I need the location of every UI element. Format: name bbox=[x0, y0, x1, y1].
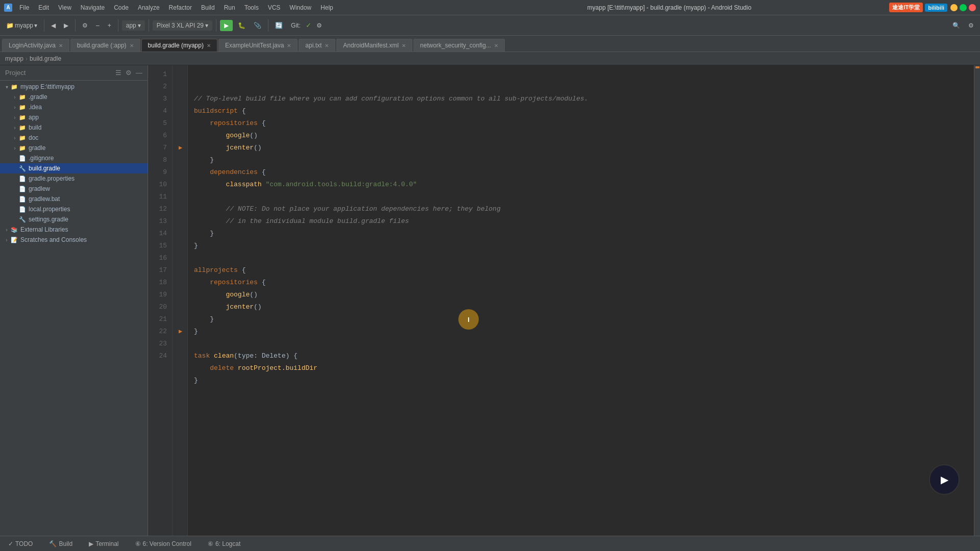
todo-label: TODO bbox=[15, 540, 33, 547]
sidebar-item-scratches-and-consoles[interactable]: › 📝 Scratches and Consoles bbox=[0, 235, 148, 245]
settings-btn[interactable]: ⚙ bbox=[79, 20, 91, 31]
bottom-tab-build[interactable]: 🔨 Build bbox=[46, 539, 76, 548]
close-btn[interactable] bbox=[969, 4, 976, 11]
tab-loginactivity[interactable]: LoginActivity.java ✕ bbox=[2, 39, 69, 52]
add-config-btn[interactable]: + bbox=[105, 20, 114, 31]
token: buildscript bbox=[194, 105, 238, 117]
sidebar-item-doc[interactable]: › 📁 doc bbox=[0, 133, 148, 143]
sidebar-item-myapp-e--ttit-myapp[interactable]: ▾ 📁 myapp E:\ttit\myapp bbox=[0, 82, 148, 92]
sidebar-collapse-btn[interactable]: ☰ bbox=[114, 68, 122, 78]
tree-file-icon: 📚 bbox=[10, 226, 18, 234]
tree-item-label: settings.gradle bbox=[29, 216, 68, 223]
back-btn[interactable]: ◀ bbox=[48, 20, 59, 31]
line-number-22: 22 bbox=[148, 325, 170, 338]
tree-item-label: build bbox=[29, 124, 41, 131]
sidebar-item-gradlew-bat[interactable]: 📄 gradlew.bat bbox=[0, 194, 148, 204]
tab-androidmanifest[interactable]: AndroidManifest.xml ✕ bbox=[336, 39, 412, 52]
line-number-11: 11 bbox=[148, 191, 170, 203]
minimize-btn[interactable] bbox=[950, 4, 958, 11]
tab-networksecurity[interactable]: network_security_config... ✕ bbox=[413, 39, 505, 52]
sidebar-item-gradle-properties[interactable]: 📄 gradle.properties bbox=[0, 173, 148, 184]
sidebar-item--idea[interactable]: › 📁 .idea bbox=[0, 102, 148, 112]
git-merge-btn[interactable]: ⚙ bbox=[313, 20, 325, 31]
tab-networksecurity-close[interactable]: ✕ bbox=[494, 43, 498, 48]
sync-btn[interactable]: 🔄 bbox=[272, 20, 286, 31]
line-number-4: 4 bbox=[148, 105, 170, 117]
sidebar-item-external-libraries[interactable]: › 📚 External Libraries bbox=[0, 224, 148, 235]
code-line-10: // NOTE: Do not place your application d… bbox=[194, 203, 968, 215]
sidebar-item-settings-gradle[interactable]: 🔧 settings.gradle bbox=[0, 214, 148, 224]
line-number-23: 23 bbox=[148, 338, 170, 350]
code-line-8: classpath "com.android.tools.build:gradl… bbox=[194, 179, 968, 191]
tab-buildgradle-myapp[interactable]: build.gradle (myapp) ✕ bbox=[141, 39, 217, 52]
token bbox=[194, 215, 226, 228]
bottom-tab-vcs[interactable]: ⑥ 6: Version Control bbox=[132, 539, 194, 548]
video-widget[interactable]: ▶ bbox=[929, 464, 960, 495]
device-dropdown[interactable]: Pixel 3 XL API 29 ▾ bbox=[153, 20, 212, 31]
tab-apitxt[interactable]: api.txt ✕ bbox=[299, 39, 335, 52]
tab-androidmanifest-close[interactable]: ✕ bbox=[402, 43, 406, 48]
gutter-arrow-10 bbox=[173, 179, 187, 191]
menu-analyze[interactable]: Analyze bbox=[134, 3, 164, 12]
menu-refactor[interactable]: Refactor bbox=[165, 3, 196, 12]
code-line-21 bbox=[194, 338, 968, 350]
tab-apitxt-close[interactable]: ✕ bbox=[325, 43, 329, 48]
project-dropdown[interactable]: 📁 myapp ▾ bbox=[3, 20, 40, 31]
tab-buildgradle-app-close[interactable]: ✕ bbox=[130, 43, 134, 48]
menu-edit[interactable]: Edit bbox=[34, 3, 53, 12]
editor-area[interactable]: 123456789101112131415161718192021222324 … bbox=[148, 65, 980, 536]
menu-navigate[interactable]: Navigate bbox=[77, 3, 109, 12]
forward-btn[interactable]: ▶ bbox=[61, 20, 71, 31]
menu-vcs[interactable]: VCS bbox=[264, 3, 285, 12]
bottom-tab-terminal[interactable]: ▶ Terminal bbox=[86, 539, 121, 548]
menu-window[interactable]: Window bbox=[285, 3, 315, 12]
debug-btn[interactable]: 🐛 bbox=[235, 20, 249, 31]
sidebar-item-app[interactable]: › 📁 app bbox=[0, 112, 148, 122]
sidebar-item-gradlew[interactable]: 📄 gradlew bbox=[0, 184, 148, 194]
bc-myapp[interactable]: myapp bbox=[5, 55, 23, 62]
tab-buildgradle-myapp-close[interactable]: ✕ bbox=[207, 43, 211, 48]
run-config-btn[interactable]: – bbox=[93, 20, 103, 31]
menu-file[interactable]: File bbox=[15, 3, 33, 12]
run-button[interactable]: ▶ bbox=[220, 20, 233, 31]
line-number-15: 15 bbox=[148, 240, 170, 252]
menu-tools[interactable]: Tools bbox=[240, 3, 263, 12]
sidebar-item-build[interactable]: › 📁 build bbox=[0, 122, 148, 133]
menu-run[interactable]: Run bbox=[220, 3, 239, 12]
code-editor[interactable]: // Top-level build file where you can ad… bbox=[188, 65, 974, 536]
sidebar-item--gitignore[interactable]: 📄 .gitignore bbox=[0, 153, 148, 163]
tab-buildgradle-app-label: build.gradle (:app) bbox=[77, 42, 127, 49]
bc-file[interactable]: build.gradle bbox=[30, 55, 61, 62]
gutter-arrow-4 bbox=[173, 105, 187, 117]
maximize-btn[interactable] bbox=[960, 4, 967, 11]
sidebar-item--gradle[interactable]: › 📁 .gradle bbox=[0, 92, 148, 102]
menu-code[interactable]: Code bbox=[110, 3, 133, 12]
tab-exampleunittest-close[interactable]: ✕ bbox=[287, 43, 291, 48]
tab-buildgradle-app[interactable]: build.gradle (:app) ✕ bbox=[70, 39, 140, 52]
app-dropdown[interactable]: app ▾ bbox=[122, 20, 145, 31]
settings-gear-btn[interactable]: ⚙ bbox=[965, 20, 977, 31]
code-line-3: repositories { bbox=[194, 117, 968, 130]
menu-build[interactable]: Build bbox=[197, 3, 219, 12]
line-number-6: 6 bbox=[148, 130, 170, 142]
sidebar-item-build-gradle[interactable]: 🔧 build.gradle bbox=[0, 163, 148, 173]
search-everywhere-btn[interactable]: 🔍 bbox=[949, 20, 963, 31]
tree-file-icon: 📄 bbox=[18, 195, 27, 203]
sidebar-item-gradle[interactable]: › 📁 gradle bbox=[0, 143, 148, 153]
attach-btn[interactable]: 📎 bbox=[251, 20, 264, 31]
token: // NOTE: Do not place your application d… bbox=[226, 203, 500, 215]
sidebar-header: Project ☰ ⚙ — bbox=[0, 65, 148, 81]
tree-item-label: Scratches and Consoles bbox=[20, 236, 87, 243]
menu-view[interactable]: View bbox=[54, 3, 76, 12]
sidebar-item-local-properties[interactable]: 📄 local.properties bbox=[0, 204, 148, 214]
bottom-tab-logcat[interactable]: ⑥ 6: Logcat bbox=[205, 539, 243, 548]
tab-exampleunittest[interactable]: ExampleUnitTest.java ✕ bbox=[218, 39, 298, 52]
tab-loginactivity-close[interactable]: ✕ bbox=[59, 43, 63, 48]
sidebar-title: Project bbox=[4, 68, 27, 78]
menu-help[interactable]: Help bbox=[316, 3, 337, 12]
line-number-8: 8 bbox=[148, 154, 170, 166]
sidebar-settings-btn[interactable]: ⚙ bbox=[125, 68, 133, 78]
token: // in the individual module build.gradle… bbox=[226, 215, 409, 228]
bottom-tab-todo[interactable]: ✓ TODO bbox=[5, 539, 36, 548]
sidebar-close-btn[interactable]: — bbox=[135, 68, 143, 78]
